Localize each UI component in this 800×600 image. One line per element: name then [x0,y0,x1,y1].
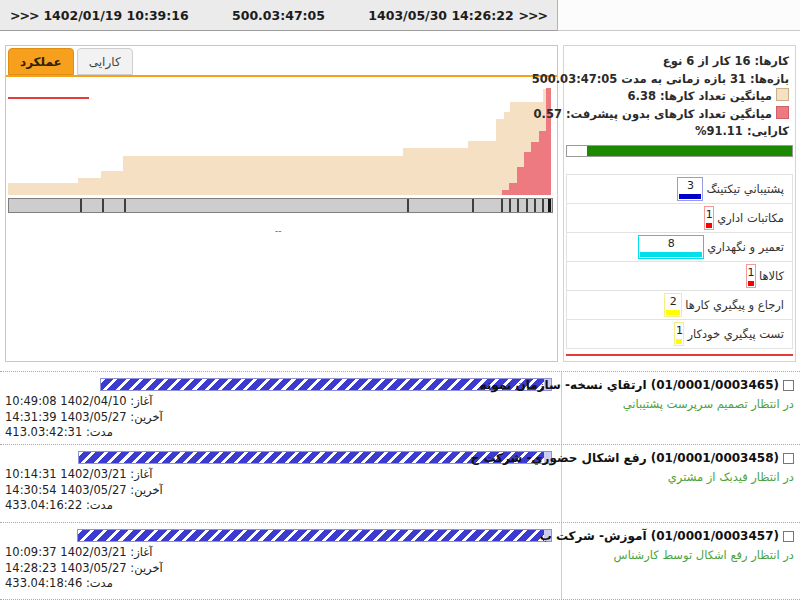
category-label: تعمیر و نگهداري [707,240,784,254]
stat-line: بازه‌ها: 31 بازه زمانی به مدت 500.03:47:… [570,71,789,89]
scrubber-tick [501,199,503,212]
range-end-datetime: 1403/05/30 14:26:22 [368,8,513,23]
category-label: تست پیگیري خودکار [687,327,784,341]
category-row[interactable]: مکاتبات اداري1 [567,204,792,233]
stat-line: میانگین تعداد کارها: 6.38 [570,88,789,106]
task-times: آغاز: 1402/04/10 10:49:08آخرین: 1403/05/… [5,394,163,441]
range-start-datetime: 1402/01/19 10:39:16 [43,8,188,23]
scrubber-end-tick [548,199,551,212]
summary-panel: کارها: 16 کار از 6 نوعبازه‌ها: 31 بازه ز… [563,45,796,362]
task-status: در انتظار تصمیم سرپرست پشتیباني [563,397,794,411]
task-time-line: آخرین: 1403/05/27 14:28:23 [5,561,163,577]
task-title[interactable]: (01/0001/0003457) آموزش- شرکت ب [563,529,794,543]
task-category-list: پشتیباني تیکتینگ3مکاتبات اداري1تعمیر و ن… [566,174,793,349]
task-status: در انتظار فیدبک از مشتري [563,470,794,484]
backward-arrows-icon[interactable]: >>> [10,8,38,23]
scrubber-tick [542,199,544,212]
tab-performance[interactable]: عملکرد [8,48,74,75]
task-time-line: مدت: 433.04:18:46 [5,576,163,592]
tab-efficiency[interactable]: کارایی [77,48,133,75]
task-row: آغاز: 1402/04/10 10:49:08آخرین: 1403/05/… [0,371,800,444]
task-time-line: آخرین: 1403/05/27 14:31:39 [5,410,163,426]
task-time-line: آخرین: 1403/05/27 14:30:54 [5,483,163,499]
range-start-group: >>> 1402/01/19 10:39:16 [10,8,189,23]
task-title-text: (01/0001/0003457) آموزش- شرکت ب [540,529,779,543]
stat-line: میانگین تعداد کارهای بدون پیشرفت: 0.57 [570,106,789,124]
stat-line: کارها: 16 کار از 6 نوع [570,53,789,71]
scrubber-tick [526,199,528,212]
task-checkbox[interactable] [783,531,794,542]
activity-step-area-chart [8,85,553,195]
efficiency-progressbar [566,145,793,157]
category-row[interactable]: تست پیگیري خودکار1 [567,320,792,349]
time-range-toolbar: >>> 1402/01/19 10:39:16 500.03:47:05 140… [0,0,558,31]
category-count-box: 3 [677,177,703,201]
task-checkbox[interactable] [783,453,794,464]
category-count-box: 8 [638,235,704,259]
empty-selection-placeholder: -- [275,226,282,236]
task-timeline-cell: آغاز: 1402/03/21 10:09:37آخرین: 1403/05/… [0,523,562,599]
legend-swatch-icon [776,106,789,119]
task-time-line: آغاز: 1402/03/21 10:14:31 [5,467,163,483]
task-rows-section: آغاز: 1402/04/10 10:49:08آخرین: 1403/05/… [0,371,800,600]
task-time-line: مدت: 433.04:16:22 [5,498,163,514]
task-info-cell: (01/0001/0003465) ارتقاي نسخه- سازمان نم… [563,372,800,444]
range-duration: 500.03:47:05 [232,8,325,23]
panel-bottom-red-line [566,354,793,356]
task-status: در انتظار رفع اشکال توسط کارشناس [563,548,794,562]
legend-swatch-icon [776,88,789,101]
task-duration-bar[interactable] [77,529,552,542]
scrubber-tick [534,199,536,212]
performance-panel: عملکرد کارایی -- [5,45,558,362]
task-info-cell: (01/0001/0003458) رفع اشکال حضوري- شرکت … [563,445,800,522]
category-row[interactable]: کالاها1 [567,262,792,291]
task-time-line: مدت: 413.03:42:31 [5,425,163,441]
task-row: آغاز: 1402/03/21 10:09:37آخرین: 1403/05/… [0,522,800,600]
task-row: آغاز: 1402/03/21 10:14:31آخرین: 1403/05/… [0,444,800,522]
forward-arrows-icon[interactable]: >>> [519,8,547,23]
category-color-strip [666,310,680,315]
scrubber-tick [102,199,104,212]
category-count-box: 1 [674,322,684,346]
category-row[interactable]: تعمیر و نگهداري8 [567,233,792,262]
scrubber-tick [517,199,519,212]
panel-tabs: عملکرد کارایی [8,48,133,75]
category-row[interactable]: پشتیباني تیکتینگ3 [567,175,792,204]
category-label: پشتیباني تیکتینگ [706,182,784,196]
task-times: آغاز: 1402/03/21 10:14:31آخرین: 1403/05/… [5,467,163,514]
task-title[interactable]: (01/0001/0003458) رفع اشکال حضوري- شرکت … [563,451,794,465]
category-label: ارجاع و پیگیري کارها [685,298,784,312]
task-time-line: آغاز: 1402/03/21 10:09:37 [5,545,163,561]
category-label: کالاها [759,269,784,283]
task-time-line: آغاز: 1402/04/10 10:49:08 [5,394,163,410]
scrubber-tick [472,199,474,212]
category-color-strip [748,281,754,286]
scrubber-tick [124,199,126,212]
category-color-strip [679,194,701,199]
category-color-strip [706,223,712,228]
category-color-strip [640,252,702,257]
category-color-strip [676,339,682,344]
task-times: آغاز: 1402/03/21 10:09:37آخرین: 1403/05/… [5,545,163,592]
category-row[interactable]: ارجاع و پیگیري کارها2 [567,291,792,320]
efficiency-progress-fill [587,146,792,156]
category-count-box: 2 [664,293,682,317]
stats-block: کارها: 16 کار از 6 نوعبازه‌ها: 31 بازه ز… [564,46,795,141]
task-title-text: (01/0001/0003458) رفع اشکال حضوري- شرکت … [471,451,779,465]
stat-line: کارایی: 91.11% [570,123,789,141]
category-count-box: 1 [704,206,714,230]
scrubber-tick [80,199,82,212]
toolbar-spacer [558,0,800,31]
scrubber-tick [407,199,409,212]
timeline-scrubber[interactable] [8,198,553,213]
tab-underline [6,75,557,77]
scrubber-tick [509,199,511,212]
category-label: مکاتبات اداري [717,211,784,225]
range-end-group: 1403/05/30 14:26:22 >>> [368,8,547,23]
category-count-box: 1 [746,264,756,288]
task-checkbox[interactable] [783,380,794,391]
task-title[interactable]: (01/0001/0003465) ارتقاي نسخه- سازمان نم… [563,378,794,392]
task-timeline-cell: آغاز: 1402/04/10 10:49:08آخرین: 1403/05/… [0,372,562,444]
task-title-text: (01/0001/0003465) ارتقاي نسخه- سازمان نم… [479,378,779,392]
chart-series [8,89,548,195]
